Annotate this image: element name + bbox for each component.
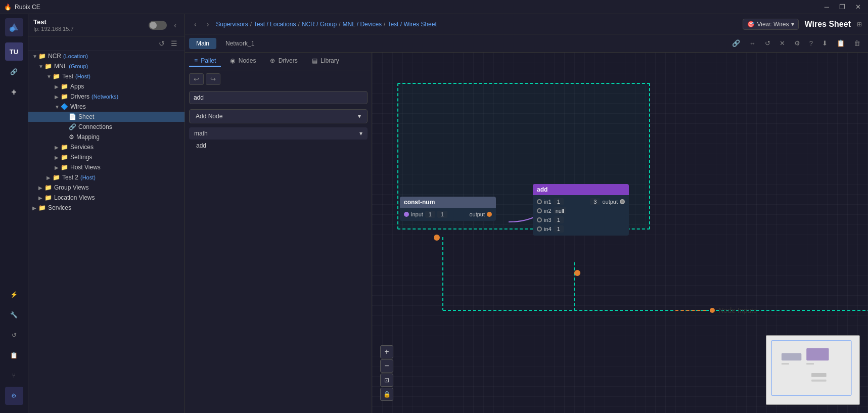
refresh-icon-btn[interactable]: ↺ [5,326,23,344]
page-icon: ⊞ [857,21,862,28]
zoom-in-button[interactable]: + [380,345,393,358]
folder-icon-location-views: 📁 [44,194,52,201]
icon-bar-bottom: ⚡ 🔧 ↺ 📋 ⑂ ⚙ [5,286,23,409]
sidebar-collapse-button[interactable]: ‹ [171,20,179,30]
tree-item-apps[interactable]: ▶ 📁 Apps [28,81,185,91]
breadcrumb-mnl-devices[interactable]: MNL / Devices [342,21,382,28]
nav-back-button[interactable]: ‹ [191,19,200,29]
fit-button[interactable]: ⊡ [380,374,393,387]
breadcrumb-ncr-group[interactable]: NCR / Group [302,21,337,28]
label-group-views: Group Views [54,184,88,191]
add-output-port[interactable] [620,199,625,204]
redo-button[interactable]: ↪ [206,73,220,85]
copy-tool-button[interactable]: 📋 [833,37,848,49]
tree-item-connections[interactable]: 🔗 Connections [28,122,185,132]
settings-tool-button[interactable]: ⚙ [791,37,804,49]
toggle-switch[interactable] [149,21,167,30]
add-in1-val: 1 [554,198,564,205]
add-in2-port[interactable] [537,208,542,213]
tree-item-host-views[interactable]: ▶ 📁 Host Views [28,162,185,172]
breadcrumb: Supervisors / Test / Locations / NCR / G… [216,21,436,28]
tab-pallet[interactable]: ≡ Pallet [189,56,221,67]
tree-item-test2[interactable]: ▶ 📁 Test 2 (Host) [28,172,185,182]
undo-tool-button[interactable]: ↺ [761,37,774,49]
sidebar-menu-button[interactable]: ☰ [168,38,180,49]
folder-icon-test: 📁 [53,73,60,80]
zoom-out-button[interactable]: − [380,359,393,373]
link-icon-btn[interactable]: 🔗 [5,63,23,81]
folder-icon-group-views: 📁 [44,184,52,191]
wrench-icon-btn[interactable]: 🔧 [5,306,23,324]
arrow-mnl: ▼ [38,64,44,69]
tree-item-services-root[interactable]: ▶ 📁 Services [28,203,185,213]
tab-main[interactable]: Main [189,38,216,49]
arrow-host-views: ▶ [55,165,61,170]
tab-network1[interactable]: Network_1 [218,38,261,49]
chevron-down-icon: ▾ [358,113,361,120]
label-drivers: Drivers [70,93,89,100]
add-node-button[interactable]: Add Node ▾ [189,109,368,123]
const-num-output-port[interactable] [487,212,492,217]
tree-item-group-views[interactable]: ▶ 📁 Group Views [28,182,185,193]
search-input[interactable] [189,91,368,104]
clipboard-icon-btn[interactable]: 📋 [5,346,23,364]
user-avatar[interactable]: TU [5,42,23,61]
panel-tabs: ≡ Pallet ◉ Nodes ⊕ Drivers ▤ [185,53,372,70]
lightning-icon-btn[interactable]: ⚡ [5,286,23,304]
tree-item-mnl[interactable]: ▼ 📁 MNL (Group) [28,61,185,71]
link-tool-button[interactable]: 🔗 [728,37,744,49]
view-selector[interactable]: 🎯 View: Wires ▾ [743,19,798,30]
const-num-input-label: input [411,211,423,217]
node-const-num[interactable]: const-num input 1 1 output [400,197,496,221]
sidebar-refresh-button[interactable]: ↺ [156,38,168,49]
main-area: ‹ › Supervisors / Test / Locations / NCR… [185,14,868,413]
expand-tool-button[interactable]: ↔ [746,37,759,49]
node-add[interactable]: add in1 1 3 output [533,184,629,236]
tree-item-ncr[interactable]: ▼ 📁 NCR (Location) [28,51,185,61]
add-body: in1 1 3 output in2 null [533,195,629,236]
tab-nodes[interactable]: ◉ Nodes [225,56,261,67]
settings-icon-btn[interactable]: ⚙ [5,387,23,405]
logo-icon [8,21,20,33]
add-in4-port[interactable] [537,226,542,232]
label-mnl: MNL [54,63,67,70]
tree-item-wires[interactable]: ▼ 🔷 Wires [28,102,185,112]
close-tool-button[interactable]: ✕ [776,37,789,49]
maximize-button[interactable]: ❐ [836,2,848,12]
breadcrumb-supervisors[interactable]: Supervisors [216,21,248,28]
tree-item-services[interactable]: ▶ 📁 Services [28,142,185,152]
minimize-button[interactable]: ─ [821,2,832,12]
category-math[interactable]: math ▾ [189,127,368,140]
add-in1-port[interactable] [537,199,542,204]
tree-item-mapping[interactable]: ⚙ Mapping [28,132,185,142]
tree-item-settings[interactable]: ▶ 📁 Settings [28,152,185,162]
arrow-apps: ▶ [55,84,61,89]
tree-item-sheet[interactable]: 📄 Sheet [28,112,185,122]
tree-item-test[interactable]: ▼ 📁 Test (Host) [28,71,185,81]
add-icon-btn[interactable]: + [5,83,23,101]
close-button[interactable]: ✕ [852,2,864,12]
tab-drivers[interactable]: ⊕ Drivers [265,56,302,67]
download-tool-button[interactable]: ⬇ [818,37,831,49]
workspace: ≡ Pallet ◉ Nodes ⊕ Drivers ▤ [185,53,868,413]
git-icon-btn[interactable]: ⑂ [5,366,23,385]
nav-forward-button[interactable]: › [204,19,212,29]
arrow-services: ▶ [55,145,61,150]
tree-item-drivers[interactable]: ▶ 📁 Drivers (Networks) [28,91,185,102]
lock-button[interactable]: 🔒 [380,388,393,401]
delete-tool-button[interactable]: 🗑 [850,37,864,49]
node-item-add[interactable]: add [189,140,368,152]
folder-icon-settings: 📁 [61,154,68,161]
tab-library[interactable]: ▤ Library [307,56,344,67]
sidebar: Test Ip: 192.168.15.7 ‹ ↺ ☰ ▼ 📁 NCR (Loc… [28,14,185,413]
breadcrumb-test-locations[interactable]: Test / Locations [254,21,296,28]
minimap-svg [766,336,859,404]
const-num-input-port[interactable] [404,212,409,217]
undo-button[interactable]: ↩ [189,73,204,85]
help-tool-button[interactable]: ? [806,37,816,49]
add-in3-port[interactable] [537,217,542,222]
app-name-label: Rubix CE [15,4,40,11]
canvas-area[interactable]: const-num input 1 1 output [372,53,868,413]
tree-item-location-views[interactable]: ▶ 📁 Location Views [28,193,185,203]
breadcrumb-test-wires[interactable]: Test / Wires Sheet [387,21,436,28]
